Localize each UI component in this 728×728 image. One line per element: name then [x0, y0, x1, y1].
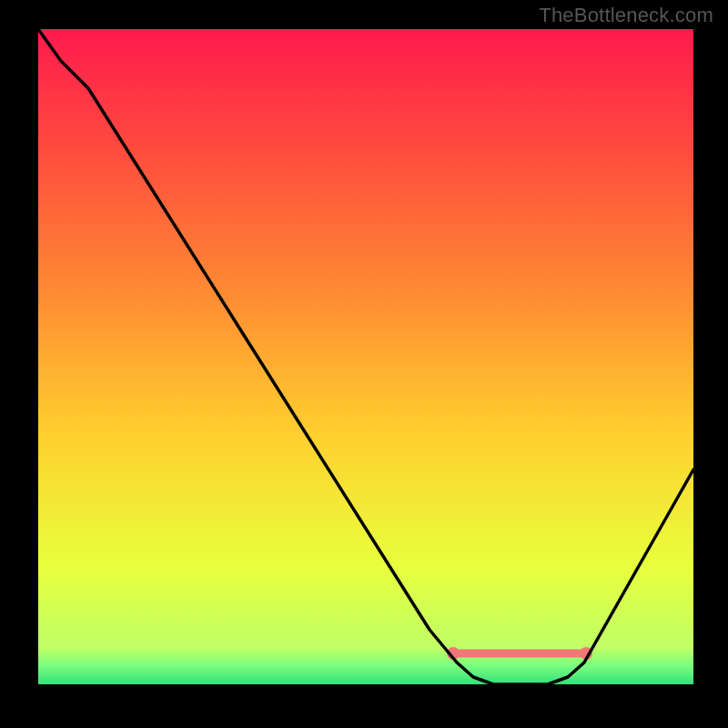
gradient-background	[38, 29, 693, 684]
chart-svg	[38, 29, 693, 684]
bottleneck-chart	[38, 29, 693, 684]
svg-rect-2	[453, 650, 586, 658]
watermark-text: TheBottleneck.com	[539, 4, 713, 27]
